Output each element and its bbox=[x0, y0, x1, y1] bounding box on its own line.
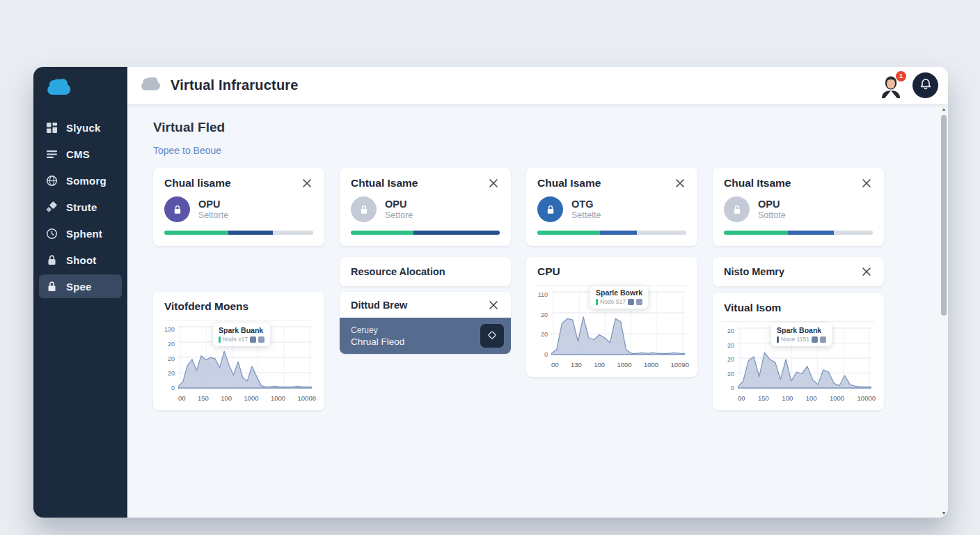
close-icon[interactable] bbox=[860, 177, 873, 189]
sidebar-item-sphent[interactable]: Sphent bbox=[39, 222, 122, 245]
sidebar: Slyuck CMS Somorg Strute bbox=[33, 67, 127, 518]
sidebar-item-cms[interactable]: CMS bbox=[39, 142, 122, 166]
tooltip-title: Spark Buank bbox=[219, 326, 264, 334]
logo-cloud-icon bbox=[46, 78, 127, 99]
x-tick-label: 100 bbox=[806, 394, 817, 402]
lock-icon bbox=[537, 196, 563, 222]
progress-segment bbox=[724, 231, 788, 235]
chart-card-vitofderd-moens: Vitofderd Moens 1302020200 Spark Buank N… bbox=[153, 292, 324, 410]
resource-allocation-card: Resource Alocation bbox=[340, 257, 511, 286]
metric-label: OPU bbox=[385, 199, 413, 210]
scrollbar-track[interactable] bbox=[940, 114, 948, 509]
sidebar-item-shoot[interactable]: Shoot bbox=[39, 248, 122, 272]
scroll-down-arrow[interactable]: ▼ bbox=[942, 509, 947, 518]
sidebar-item-label: CMS bbox=[66, 148, 90, 160]
notifications-button[interactable] bbox=[912, 72, 938, 98]
chart-tooltip: Spark Buank Nods x17 bbox=[213, 323, 270, 346]
progress-segment bbox=[834, 231, 873, 235]
lock-icon bbox=[164, 196, 190, 222]
progress-segment bbox=[600, 231, 638, 235]
chart-area: 202020200 Spark Boank Nooe 1151 bbox=[720, 327, 876, 391]
y-tick-label: 110 bbox=[533, 291, 548, 298]
detail-row: Vitofderd Moens 1302020200 Spark Buank N… bbox=[153, 257, 940, 410]
resource-card-1: Chual lisame OPU Seltorte bbox=[153, 168, 324, 246]
x-tick-label: 00 bbox=[551, 361, 559, 369]
x-axis-labels: 001301001000100010090 bbox=[551, 361, 689, 369]
progress-segment bbox=[637, 231, 686, 235]
memory-card: Nisto Memry bbox=[713, 257, 884, 286]
plot-area: Spark Boank Nooe 1151 bbox=[738, 327, 871, 391]
y-tick-label: 0 bbox=[533, 351, 548, 358]
x-tick-label: 100 bbox=[221, 394, 232, 402]
usage-progress-bar bbox=[537, 231, 686, 235]
dropdown-selected-option[interactable]: Ceruey Chrual Fleod bbox=[340, 318, 511, 354]
plot-area: Spark Buank Nods x17 bbox=[178, 326, 312, 391]
clock-icon bbox=[46, 228, 58, 240]
option-action-button[interactable] bbox=[480, 324, 504, 348]
chart-tooltip: Sparle Bowrk Nodo 517 bbox=[590, 286, 648, 309]
sidebar-item-strute[interactable]: Strute bbox=[39, 195, 122, 219]
resource-card-3: Chual Isame OTG Settelte bbox=[526, 168, 697, 246]
page-heading: Virtual Fled bbox=[153, 120, 940, 135]
scroll-up-arrow[interactable]: ▲ bbox=[942, 104, 947, 114]
legend-swatch-icon bbox=[258, 336, 264, 343]
tooltip-label: Nodo 517 bbox=[600, 298, 626, 305]
user-avatar[interactable]: 1 bbox=[879, 73, 903, 98]
progress-segment bbox=[788, 231, 834, 235]
metric-label: OPU bbox=[758, 199, 786, 210]
x-tick-label: 100 bbox=[782, 394, 793, 402]
progress-segment bbox=[413, 231, 500, 235]
y-tick-label: 0 bbox=[720, 385, 734, 391]
y-tick-label: 20 bbox=[533, 331, 548, 338]
close-icon[interactable] bbox=[487, 299, 500, 311]
x-tick-label: 1000 bbox=[644, 361, 658, 369]
sidebar-item-label: Spee bbox=[66, 281, 92, 293]
scrollbar-thumb[interactable] bbox=[941, 115, 947, 316]
card-title: Resource Alocation bbox=[351, 266, 445, 277]
main-content: Virtual Fled Topee to Beoue Chual lisame… bbox=[127, 104, 940, 518]
tooltip-label: Nooe 1151 bbox=[781, 336, 809, 343]
series-tick-icon bbox=[777, 336, 779, 343]
resource-card-row: Chual lisame OPU Seltorte Chtual Isame bbox=[153, 168, 940, 246]
chart-card-cpu: CPU 11020200 Sparle Bowrk Nodo 517 bbox=[526, 257, 697, 377]
y-tick-label: 20 bbox=[720, 327, 734, 334]
chart-tooltip: Spark Boank Nooe 1151 bbox=[771, 323, 832, 346]
legend-swatch-icon bbox=[250, 336, 256, 343]
x-tick-label: 150 bbox=[198, 394, 209, 402]
sidebar-item-somorg[interactable]: Somorg bbox=[39, 169, 122, 192]
diamond-icon bbox=[46, 201, 58, 213]
metric-sublabel: Seltorte bbox=[198, 210, 228, 220]
chart-title: CPU bbox=[537, 265, 560, 278]
lock-icon bbox=[351, 196, 377, 222]
close-icon[interactable] bbox=[674, 177, 686, 189]
x-tick-label: 10008 bbox=[298, 394, 316, 402]
divider bbox=[721, 321, 874, 322]
legend-swatch-icon bbox=[812, 336, 818, 343]
card-title: Chual lisame bbox=[164, 177, 231, 189]
y-tick-label: 20 bbox=[160, 370, 175, 377]
chart-area: 11020200 Sparle Bowrk Nodo 517 bbox=[533, 291, 689, 358]
y-tick-label: 20 bbox=[720, 371, 734, 378]
series-tick-icon bbox=[596, 299, 598, 305]
y-tick-label: 20 bbox=[720, 356, 734, 363]
selected-option-category: Ceruey bbox=[351, 325, 404, 335]
breadcrumb-link[interactable]: Topee to Beoue bbox=[153, 145, 221, 156]
vertical-scrollbar: ▲ ▼ bbox=[940, 104, 948, 518]
dropdown-card: Dittud Brew Ceruey Chrual Fleod bbox=[340, 292, 511, 354]
header-cloud-icon bbox=[140, 77, 161, 94]
divider bbox=[161, 320, 315, 320]
sidebar-item-spee[interactable]: Spee bbox=[39, 274, 122, 298]
legend-swatch-icon bbox=[820, 336, 826, 343]
page-title: Virtual Infraructure bbox=[171, 77, 299, 93]
header: Virtual Infraructure 1 bbox=[127, 67, 948, 104]
close-icon[interactable] bbox=[301, 177, 313, 189]
close-icon[interactable] bbox=[860, 265, 873, 278]
x-tick-label: 10090 bbox=[671, 361, 689, 369]
lock-icon bbox=[724, 196, 750, 222]
tooltip-title: Spark Boank bbox=[777, 326, 826, 334]
usage-progress-bar bbox=[351, 231, 500, 235]
x-axis-labels: 001501001000100010008 bbox=[178, 394, 316, 402]
close-icon[interactable] bbox=[487, 177, 500, 189]
progress-segment bbox=[351, 231, 413, 235]
sidebar-item-slyuck[interactable]: Slyuck bbox=[39, 116, 122, 139]
